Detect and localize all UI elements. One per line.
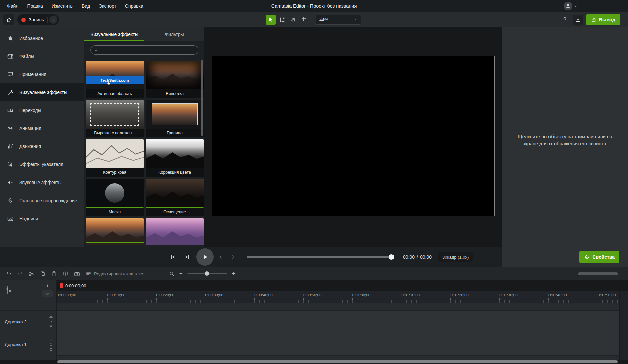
eye-icon[interactable] <box>49 315 53 319</box>
canvas-tools: 44% <box>266 15 361 25</box>
lock-icon[interactable] <box>49 325 53 329</box>
effect-tile-vignette[interactable]: Виньетка <box>146 61 204 98</box>
sidebar-item-captions[interactable]: CC Надписи <box>0 210 84 228</box>
effect-tile-border[interactable]: Граница <box>146 100 204 137</box>
timeline-tracks-area[interactable]: 0:00:00;00 0:00:00;00 0:00:10;00 0:00:20… <box>57 280 628 360</box>
record-options-button[interactable] <box>49 16 57 24</box>
sidebar-item-behaviors[interactable]: Движения <box>0 137 84 155</box>
play-button[interactable] <box>196 248 214 266</box>
edit-cursor-tool[interactable] <box>266 15 276 25</box>
effect-tile-partial-right[interactable] <box>146 218 204 245</box>
playhead-marker[interactable] <box>60 283 63 288</box>
copy-button[interactable] <box>38 269 47 278</box>
jump-back-button[interactable] <box>217 251 226 263</box>
play-icon <box>201 253 209 261</box>
zoom-value: 44% <box>316 17 352 22</box>
menu-export[interactable]: Экспорт <box>94 0 121 12</box>
timeline-vertical-scrollbar[interactable] <box>619 291 628 360</box>
sidebar-item-media[interactable]: Файлы <box>0 47 84 65</box>
effect-tile-color-correction[interactable]: Коррекция цвета <box>146 139 204 177</box>
slider-thumb[interactable] <box>389 254 394 260</box>
sidebar-item-label: Переходы <box>19 108 41 113</box>
timeline-horizontal-scrollbar[interactable] <box>578 272 618 275</box>
edit-as-text-button[interactable]: Редактировать как текст... <box>86 271 148 277</box>
tab-visual-effects[interactable]: Визуальные эффекты <box>84 27 144 41</box>
split-icon <box>62 271 68 277</box>
slider-thumb[interactable] <box>205 271 209 276</box>
add-track-button[interactable]: + <box>42 282 53 289</box>
sidebar-item-cursor-effects[interactable]: Эффекты указателя <box>0 155 84 173</box>
ruler-tick: 0:00:10;00 <box>107 293 156 297</box>
effect-tile-hotspot[interactable]: TechSmith.com Активная область <box>86 61 144 98</box>
bottom-scrollbar[interactable] <box>0 360 628 364</box>
transform-tool[interactable] <box>277 15 287 25</box>
scrollbar-thumb[interactable] <box>201 60 203 136</box>
track-lane-2[interactable] <box>57 310 628 333</box>
export-button[interactable]: Вывод <box>586 14 620 25</box>
playback-position-slider[interactable] <box>247 251 394 263</box>
help-button[interactable]: ? <box>560 15 570 25</box>
effect-tile-cutout[interactable]: Вырезка с наложен... <box>86 100 144 137</box>
timeline-ruler[interactable]: 0:00:00;00 0:00:10;00 0:00:20;00 0:00:30… <box>57 291 628 303</box>
sidebar-item-favorites[interactable]: Избранное <box>0 29 84 47</box>
track-options-icon[interactable] <box>5 285 13 295</box>
search-input[interactable] <box>101 46 198 54</box>
track-header-2[interactable]: Дорожка 2 <box>0 310 56 333</box>
effect-tile-lighting[interactable]: Освещение <box>146 179 204 216</box>
menu-view[interactable]: Вид <box>77 0 94 12</box>
video-canvas[interactable] <box>212 56 495 216</box>
sidebar-item-animations[interactable]: Анимация <box>0 119 84 137</box>
properties-button[interactable]: Свойства <box>579 251 619 263</box>
zoom-in-button[interactable]: + <box>231 270 237 277</box>
next-frame-button[interactable] <box>182 251 193 263</box>
sidebar-item-visual-effects[interactable]: Визуальные эффекты <box>0 83 84 101</box>
track-header-1[interactable]: Дорожка 1 <box>0 333 56 356</box>
home-button[interactable] <box>3 14 14 25</box>
menu-help[interactable]: Справка <box>121 0 148 12</box>
frame-rate-chip[interactable]: 30кадр (1,0x) <box>438 252 473 262</box>
jump-forward-button[interactable] <box>229 251 238 263</box>
search-icon <box>94 48 99 52</box>
sidebar-item-annotations[interactable]: Примечания <box>0 65 84 83</box>
close-button[interactable] <box>613 0 628 12</box>
maximize-button[interactable] <box>597 0 613 12</box>
minimize-button[interactable] <box>582 0 597 12</box>
track-lane-1[interactable] <box>57 333 628 356</box>
paste-button[interactable] <box>49 269 59 278</box>
pan-tool[interactable] <box>288 15 298 25</box>
scrollbar-thumb[interactable] <box>57 360 618 363</box>
tab-filters[interactable]: Фильтры <box>144 27 204 41</box>
playhead-line[interactable] <box>61 291 61 360</box>
eye-icon[interactable] <box>49 338 53 342</box>
menu-file[interactable]: Файл <box>3 0 23 12</box>
cut-button[interactable] <box>27 269 36 278</box>
track-name: Дорожка 2 <box>0 319 27 324</box>
zoom-out-button[interactable]: − <box>178 270 184 277</box>
split-button[interactable] <box>61 269 70 278</box>
record-button-group[interactable]: Запись <box>17 14 59 25</box>
loop-icon[interactable] <box>49 320 53 324</box>
zoom-dropdown[interactable]: 44% <box>316 15 361 25</box>
sidebar-item-transitions[interactable]: Переходы <box>0 101 84 119</box>
crop-tool[interactable] <box>300 15 310 25</box>
effects-scrollbar[interactable] <box>201 43 203 245</box>
sidebar-item-voice-narration[interactable]: Голосовое сопровождение <box>0 192 84 210</box>
export-label: Вывод <box>599 17 615 22</box>
effect-tile-edge-outline[interactable]: Контур края <box>86 139 144 177</box>
timeline-zoom-slider[interactable] <box>187 270 227 277</box>
loop-icon[interactable] <box>49 343 53 347</box>
account-menu[interactable] <box>564 2 577 10</box>
effect-tile-partial-left[interactable] <box>86 218 144 245</box>
undo-button[interactable] <box>4 269 13 278</box>
sidebar-item-audio-effects[interactable]: Звуковые эффекты <box>0 173 84 192</box>
snapshot-button[interactable] <box>72 269 82 278</box>
sidebar-item-label: Надписи <box>19 216 38 221</box>
effect-tile-mask[interactable]: Маска <box>86 179 144 216</box>
previous-frame-button[interactable] <box>167 251 178 263</box>
download-button[interactable] <box>573 15 583 25</box>
lock-icon[interactable] <box>49 347 53 351</box>
menu-modify[interactable]: Изменить <box>47 0 77 12</box>
menu-edit[interactable]: Правка <box>23 0 47 12</box>
redo-button[interactable] <box>15 269 25 278</box>
collapse-tracks-button[interactable] <box>42 290 53 297</box>
